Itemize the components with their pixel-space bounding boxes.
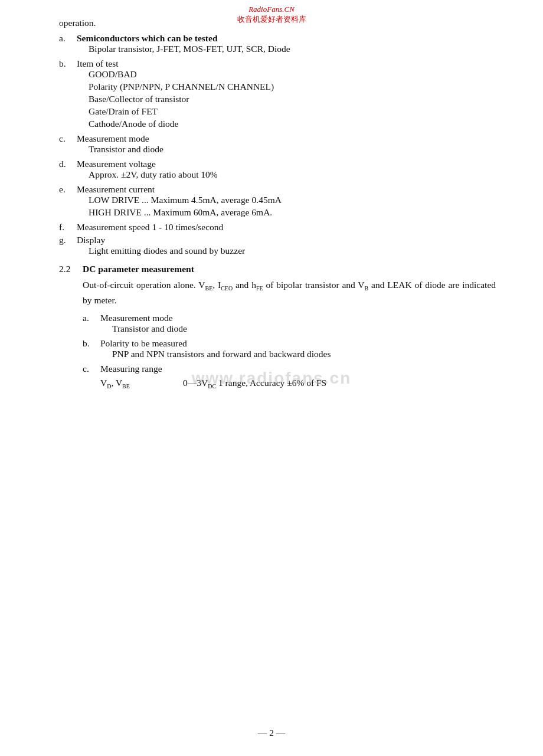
d-indent: Approx. ±2V, duty ratio about 10% — [89, 169, 496, 180]
section-f-title: Measurement speed 1 - 10 times/second — [77, 222, 223, 232]
vbe-sub: BE — [205, 285, 212, 292]
measuring-range-row: VD, VBE 0—3VDC 1 range, Accuracy ±6% of … — [100, 378, 496, 390]
vd-sub: D — [107, 383, 111, 390]
e-item-2: HIGH DRIVE ... Maximum 60mA, average 6mA… — [89, 207, 496, 218]
section-22b-content: Polarity to be measured PNP and NPN tran… — [100, 338, 496, 361]
section-c: c. Measurement mode Transistor and diode — [59, 133, 496, 156]
section-d: d. Measurement voltage Approx. ±2V, duty… — [59, 159, 496, 182]
22b-indent: PNP and NPN transistors and forward and … — [112, 349, 496, 359]
section-c-title: Measurement mode — [77, 133, 149, 143]
site-name: RadioFans.CN — [237, 5, 306, 15]
section-g-label: g. — [59, 235, 77, 258]
hfe-sub: FE — [256, 285, 263, 292]
section-22a: a. Measurement mode Transistor and diode — [83, 313, 496, 336]
b-item-4: Gate/Drain of FET — [89, 106, 496, 117]
section-22a-content: Measurement mode Transistor and diode — [100, 313, 496, 336]
section-c-label: c. — [59, 133, 77, 156]
section-g-content: Display Light emitting diodes and sound … — [77, 235, 496, 258]
section-f-content: Measurement speed 1 - 10 times/second — [77, 222, 496, 233]
page: RadioFans.CN 收音机爱好者资料库 operation. a. Sem… — [0, 0, 543, 756]
content: operation. a. Semiconductors which can b… — [59, 18, 496, 390]
section-22b: b. Polarity to be measured PNP and NPN t… — [83, 338, 496, 361]
b-item-2: Polarity (PNP/NPN, P CHANNEL/N CHANNEL) — [89, 81, 496, 92]
section-e: e. Measurement current LOW DRIVE ... Max… — [59, 184, 496, 220]
vd-value: 0—3VDC 1 range, Accuracy ±6% of FS — [183, 378, 326, 390]
b-item-1: GOOD/BAD — [89, 69, 496, 80]
section-b-content: Item of test GOOD/BAD Polarity (PNP/NPN,… — [77, 58, 496, 131]
section-22c-content: Measuring range VD, VBE 0—3VDC 1 range, … — [100, 364, 496, 390]
section-22-title: DC parameter measurement — [83, 264, 194, 274]
section-b-label: b. — [59, 58, 77, 131]
dc-sub: DC — [208, 383, 216, 390]
iceo-sub: CEO — [221, 285, 233, 292]
section-22c-title: Measuring range — [100, 364, 162, 374]
section-22-num: 2.2 — [59, 264, 83, 274]
section-d-label: d. — [59, 159, 77, 182]
section-a-content: Semiconductors which can be tested Bipol… — [77, 33, 496, 56]
section-c-content: Measurement mode Transistor and diode — [77, 133, 496, 156]
section-d-title: Measurement voltage — [77, 159, 156, 169]
section-a-label: a. — [59, 33, 77, 56]
b-item-5: Cathode/Anode of diode — [89, 119, 496, 129]
section-a: a. Semiconductors which can be tested Bi… — [59, 33, 496, 56]
section-g: g. Display Light emitting diodes and sou… — [59, 235, 496, 258]
section-22-body: Out-of-circuit operation alone. VBE, ICE… — [83, 278, 496, 308]
g-indent: Light emitting diodes and sound by buzze… — [89, 246, 496, 256]
section-22a-label: a. — [83, 313, 100, 336]
b-item-3: Base/Collector of transistor — [89, 94, 496, 104]
section-g-title: Display — [77, 235, 105, 245]
section-22c-label: c. — [83, 364, 100, 390]
section-e-label: e. — [59, 184, 77, 220]
section-22b-title: Polarity to be measured — [100, 338, 187, 348]
section-22a-title: Measurement mode — [100, 313, 173, 323]
header-watermark: RadioFans.CN 收音机爱好者资料库 — [237, 5, 306, 25]
section-e-title: Measurement current — [77, 184, 155, 194]
vb-sub: B — [365, 285, 369, 292]
section-b-title: Item of test — [77, 58, 119, 68]
section-22: 2.2 DC parameter measurement Out-of-circ… — [59, 264, 496, 390]
section-a-indent: Bipolar transistor, J-FET, MOS-FET, UJT,… — [89, 44, 496, 54]
c-indent: Transistor and diode — [89, 144, 496, 155]
section-22b-label: b. — [83, 338, 100, 361]
vd-vbe-label: VD, VBE — [100, 378, 183, 390]
section-a-title: Semiconductors which can be tested — [77, 33, 218, 43]
22a-indent: Transistor and diode — [112, 323, 496, 334]
section-d-content: Measurement voltage Approx. ±2V, duty ra… — [77, 159, 496, 182]
section-e-content: Measurement current LOW DRIVE ... Maximu… — [77, 184, 496, 220]
section-b: b. Item of test GOOD/BAD Polarity (PNP/N… — [59, 58, 496, 131]
section-22-header: 2.2 DC parameter measurement — [59, 264, 496, 274]
e-item-1: LOW DRIVE ... Maximum 4.5mA, average 0.4… — [89, 195, 496, 205]
section-f: f. Measurement speed 1 - 10 times/second — [59, 222, 496, 233]
chinese-text: 收音机爱好者资料库 — [237, 15, 306, 25]
vbe-range-sub: BE — [122, 383, 130, 390]
section-22c: c. Measuring range VD, VBE 0—3VDC 1 rang… — [83, 364, 496, 390]
page-footer: — 2 — — [258, 728, 286, 738]
section-f-label: f. — [59, 222, 77, 233]
